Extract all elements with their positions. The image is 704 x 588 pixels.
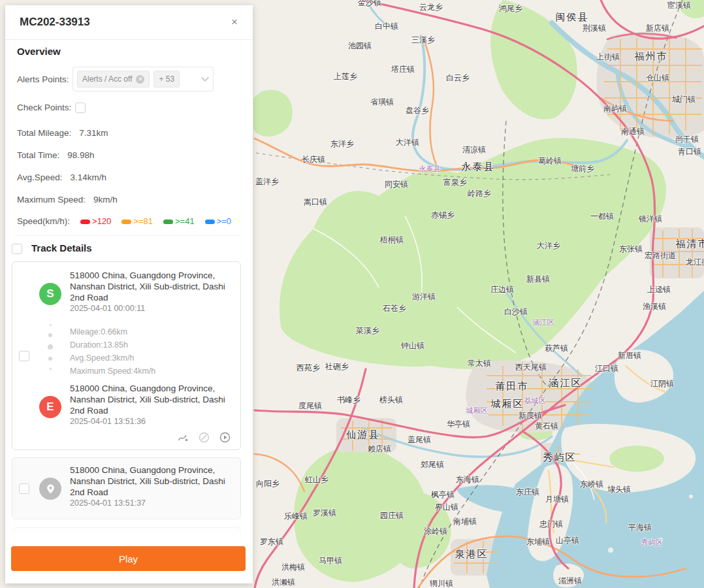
stat-row: Total Time:98.98h [17, 148, 95, 162]
speed-legend: Speed(km/h): >120>=81>=41>=0 [17, 215, 231, 228]
point-checkbox[interactable] [19, 483, 29, 494]
section-divider [17, 235, 241, 236]
speed-range-text: >=81 [133, 215, 153, 228]
metric-line: Duration:13.85h [70, 338, 155, 351]
stat-label: Avg.Speed: [17, 172, 63, 182]
stat-value: 3.14km/h [71, 172, 107, 182]
route-icon[interactable] [177, 431, 189, 444]
point-address: 518000 China, Guangdong Province, Nansha… [70, 465, 233, 498]
track-panel: MC202-33913 × Overview Alerts Points: Al… [5, 5, 253, 583]
panel-title: MC202-33913 [20, 5, 90, 39]
track-details-heading: Track Details [31, 242, 92, 253]
compass-icon[interactable] [198, 431, 210, 444]
alerts-more-tag: + 53 [153, 71, 180, 88]
alerts-points-select[interactable]: Alerts / Acc off ✕ + 53 [72, 67, 214, 91]
metric-line: Maximum Speed:4km/h [70, 365, 155, 378]
tag-remove-icon[interactable]: ✕ [136, 75, 144, 84]
play-button[interactable]: Play [11, 546, 246, 571]
metric-line: Mileage:0.66km [70, 325, 155, 338]
panel-header: MC202-33913 × [5, 5, 253, 40]
point-time: 2025-04-01 13:51:37 [70, 498, 146, 508]
next-card-peek [12, 527, 241, 538]
end-address: 518000 China, Guangdong Province, Nansha… [70, 383, 233, 416]
stat-value: 7.31km [79, 128, 108, 138]
metric-line: Avg.Speed:3km/h [70, 351, 155, 365]
speed-swatch [121, 220, 131, 224]
speed-swatch [80, 220, 90, 224]
location-pin-icon [39, 478, 61, 500]
start-address: 518000 China, Guangdong Province, Nansha… [70, 270, 233, 303]
segment-checkbox[interactable] [19, 351, 29, 361]
stat-label: Total Time: [17, 150, 59, 160]
check-points-checkbox[interactable] [75, 103, 86, 113]
speed-legend-item: >=81 [121, 215, 153, 228]
stat-row: Avg.Speed:3.14km/h [17, 171, 106, 184]
speed-legend-item: >=0 [205, 215, 231, 228]
speed-legend-item: >120 [80, 215, 111, 228]
check-points-label: Check Points: [17, 101, 71, 114]
chevron-down-icon[interactable] [201, 76, 209, 82]
stat-row: Maximum Speed:9km/h [17, 193, 118, 206]
alerts-tag-label: Alerts / Acc off [82, 74, 132, 84]
end-marker: E [39, 396, 61, 418]
track-point-card[interactable]: 518000 China, Guangdong Province, Nansha… [12, 457, 241, 519]
stat-label: Maximum Speed: [17, 195, 86, 204]
speed-range-text: >=0 [217, 215, 231, 228]
start-time: 2025-04-01 00:00:11 [70, 304, 145, 313]
end-time: 2025-04-01 13:51:36 [70, 417, 146, 426]
timeline-dots [47, 324, 54, 370]
stat-value: 9km/h [93, 195, 118, 204]
alerts-tag: Alerts / Acc off ✕ [77, 71, 150, 88]
close-icon[interactable]: × [228, 16, 241, 29]
stat-label: Total Mileage: [17, 128, 71, 138]
speed-swatch [205, 220, 215, 224]
segment-metrics: Mileage:0.66kmDuration:13.85hAvg.Speed:3… [70, 325, 155, 378]
alerts-points-label: Alerts Points: [17, 73, 69, 86]
speed-swatch [163, 220, 173, 224]
overview-heading: Overview [17, 46, 61, 57]
speed-range-text: >120 [92, 215, 111, 228]
speed-legend-label: Speed(km/h): [17, 215, 70, 228]
speed-legend-item: >=41 [163, 215, 195, 228]
track-details-checkbox[interactable] [12, 244, 22, 254]
stat-row: Total Mileage:7.31km [17, 126, 108, 140]
stat-value: 98.98h [67, 150, 94, 160]
track-segment-card[interactable]: S 518000 China, Guangdong Province, Nans… [12, 261, 241, 450]
segment-actions [177, 431, 231, 444]
start-marker: S [39, 283, 61, 305]
play-circle-icon[interactable] [219, 431, 231, 444]
speed-range-text: >=41 [175, 215, 195, 228]
